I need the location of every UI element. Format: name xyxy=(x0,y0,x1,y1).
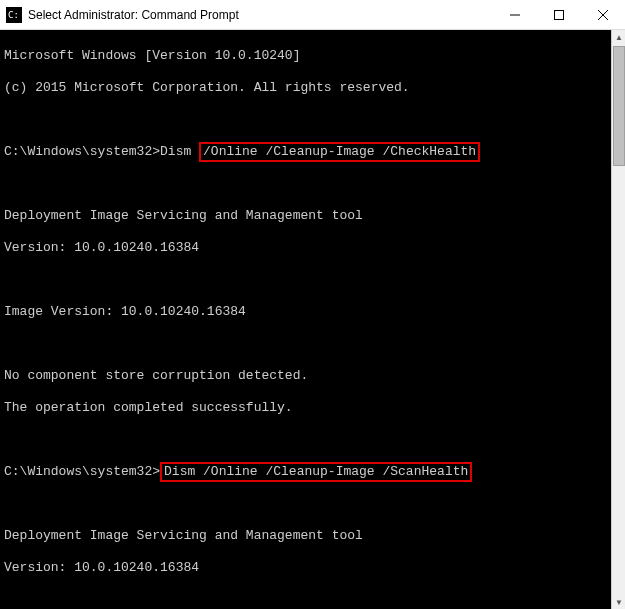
output-line xyxy=(4,432,607,448)
prompt-text: C:\Windows\system32>Dism xyxy=(4,144,199,160)
output-line: Version: 10.0.10240.16384 xyxy=(4,560,607,576)
output-line xyxy=(4,272,607,288)
scroll-up-arrow-icon[interactable]: ▲ xyxy=(612,30,625,44)
output-line xyxy=(4,112,607,128)
output-line: The operation completed successfully. xyxy=(4,400,607,416)
output-line: Microsoft Windows [Version 10.0.10240] xyxy=(4,48,607,64)
output-line: Version: 10.0.10240.16384 xyxy=(4,240,607,256)
output-line: (c) 2015 Microsoft Corporation. All righ… xyxy=(4,80,607,96)
highlighted-command: Dism /Online /Cleanup-Image /ScanHealth xyxy=(160,462,472,482)
output-line: Deployment Image Servicing and Managemen… xyxy=(4,208,607,224)
maximize-button[interactable] xyxy=(537,0,581,29)
output-line xyxy=(4,496,607,512)
command-line: C:\Windows\system32>Dism /Online /Cleanu… xyxy=(4,144,607,160)
terminal-output[interactable]: Microsoft Windows [Version 10.0.10240] (… xyxy=(0,30,611,609)
window-title: Select Administrator: Command Prompt xyxy=(28,8,493,22)
window-controls xyxy=(493,0,625,29)
svg-text:C:: C: xyxy=(8,10,19,20)
command-line: C:\Windows\system32>Dism /Online /Cleanu… xyxy=(4,464,607,480)
highlighted-command: /Online /Cleanup-Image /CheckHealth xyxy=(199,142,480,162)
close-button[interactable] xyxy=(581,0,625,29)
prompt-text: C:\Windows\system32> xyxy=(4,464,160,480)
scrollbar-thumb[interactable] xyxy=(613,46,625,166)
minimize-button[interactable] xyxy=(493,0,537,29)
scroll-down-arrow-icon[interactable]: ▼ xyxy=(612,595,625,609)
terminal-container: Microsoft Windows [Version 10.0.10240] (… xyxy=(0,30,625,609)
output-line: Image Version: 10.0.10240.16384 xyxy=(4,304,607,320)
output-line xyxy=(4,592,607,608)
output-line xyxy=(4,336,607,352)
titlebar[interactable]: C: Select Administrator: Command Prompt xyxy=(0,0,625,30)
svg-rect-3 xyxy=(555,10,564,19)
vertical-scrollbar[interactable]: ▲ ▼ xyxy=(611,30,625,609)
output-line: Deployment Image Servicing and Managemen… xyxy=(4,528,607,544)
output-line: No component store corruption detected. xyxy=(4,368,607,384)
output-line xyxy=(4,176,607,192)
cmd-icon: C: xyxy=(6,7,22,23)
